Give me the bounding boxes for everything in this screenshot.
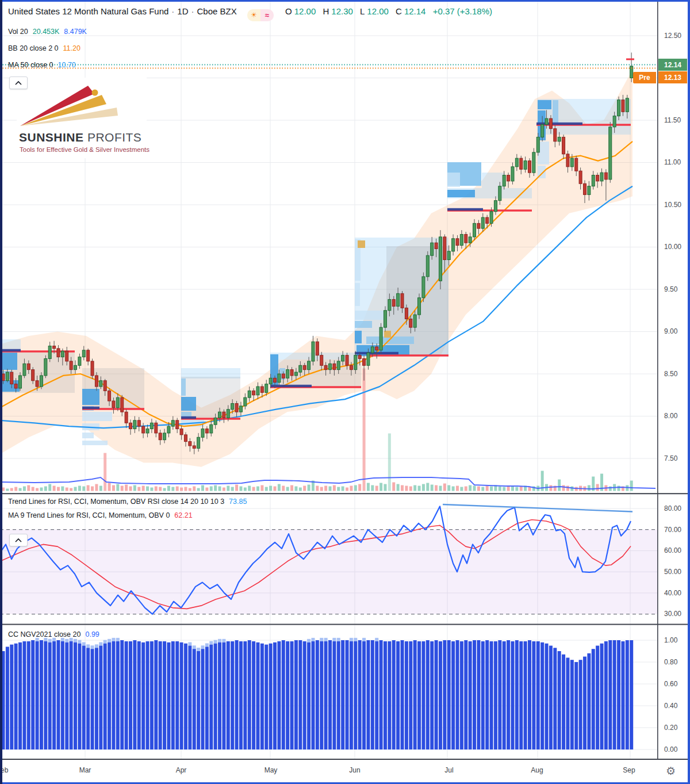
ohlc-values: O12.00 H12.30 L12.00 C12.14 +0.37 (+3.18… [285, 6, 494, 16]
cc-axis-label: 1.00 [664, 636, 677, 644]
price-axis-label: 10.50 [664, 201, 681, 209]
legend-bb[interactable]: BB 20 close 2 011.20 [8, 44, 80, 52]
rsi-axis-label: 40.00 [664, 589, 681, 597]
cc-axis-label: 0.20 [664, 724, 677, 732]
cc-axis-label: 0.40 [664, 702, 677, 710]
gear-icon[interactable]: ⚙ [666, 764, 676, 778]
time-axis-label: Jul [444, 766, 453, 774]
rsi-axis-label: 30.00 [664, 610, 681, 618]
pre-market-label: Pre [633, 72, 656, 83]
time-axis-label: Aug [531, 766, 543, 774]
exchange-label: Cboe BZX [197, 6, 237, 16]
logo-arrows-icon [18, 80, 139, 131]
legend-ma50[interactable]: MA 50 close 010.70 [8, 61, 76, 69]
rsi-axis-label: 60.00 [664, 546, 681, 554]
interval-label: 1D [177, 6, 188, 16]
sun-icon: ☀ [247, 9, 260, 21]
cc-axis-label: 0.80 [664, 658, 677, 666]
symbol-title: United States 12 Month Natural Gas Fund [8, 6, 168, 16]
price-axis-label: 9.50 [664, 285, 677, 293]
legend-volume[interactable]: Vol 2020.453K8.479K [8, 28, 87, 36]
sunshine-profits-logo: SUNSHINE PROFITS Tools for Effective Gol… [17, 78, 147, 158]
time-axis[interactable]: ⚙ FebMarAprMayJunJulAugSep [0, 760, 690, 782]
time-axis-label: Mar [79, 766, 91, 774]
chart-window: United States 12 Month Natural Gas Fund·… [0, 0, 690, 784]
time-axis-label: Jun [349, 766, 360, 774]
price-axis-label: 7.50 [664, 454, 677, 462]
legend-cc[interactable]: CC NGV2021 close 200.99 [8, 630, 99, 638]
market-status-pill: ☀ ≈ [247, 9, 274, 21]
rsi-axis-label: 80.00 [664, 504, 681, 513]
rsi-axis-label: 70.00 [664, 526, 681, 534]
legend-rsi[interactable]: Trend Lines for RSI, CCI, Momentum, OBV … [8, 498, 247, 506]
chart-border-top [0, 0, 690, 2]
time-axis-label: May [264, 766, 278, 774]
collapse-pane-button[interactable] [9, 77, 28, 89]
change-value: +0.37 (+3.18%) [433, 6, 492, 16]
logo-wordmark: SUNSHINE PROFITS [19, 131, 141, 144]
price-axis-label: 9.00 [664, 327, 677, 335]
price-axis-label: 8.00 [664, 412, 677, 420]
last-price-badge: 12.14 [658, 59, 687, 71]
chart-border-right [688, 0, 690, 784]
cc-axis-label: 0.60 [664, 680, 677, 688]
price-axis-label: 10.00 [664, 243, 681, 251]
chevron-up-icon [15, 538, 22, 542]
rsi-axis-label: 50.00 [664, 568, 681, 576]
pre-price-badge: 12.13 [658, 71, 687, 83]
time-axis-label: Sep [623, 766, 635, 774]
collapse-rsi-pane-button[interactable] [9, 534, 28, 546]
price-axis[interactable]: 12.5011.5011.0010.5010.009.509.008.508.0… [658, 0, 688, 759]
legend-rsi-ma[interactable]: MA 9 Trend Lines for RSI, CCI, Momentum,… [8, 511, 193, 519]
time-axis-label: Apr [176, 766, 187, 774]
price-axis-label: 11.50 [664, 116, 681, 124]
premarket-icon: ≈ [260, 9, 274, 21]
chevron-up-icon [15, 81, 22, 85]
symbol-header[interactable]: United States 12 Month Natural Gas Fund·… [8, 6, 494, 21]
price-axis-label: 11.00 [664, 158, 681, 166]
logo-tagline: Tools for Effective Gold & Silver Invest… [20, 146, 150, 153]
price-axis-label: 8.50 [664, 370, 677, 378]
price-axis-label: 12.50 [664, 32, 681, 40]
chart-border-left [0, 0, 2, 784]
cc-axis-label: 0.00 [664, 745, 677, 754]
